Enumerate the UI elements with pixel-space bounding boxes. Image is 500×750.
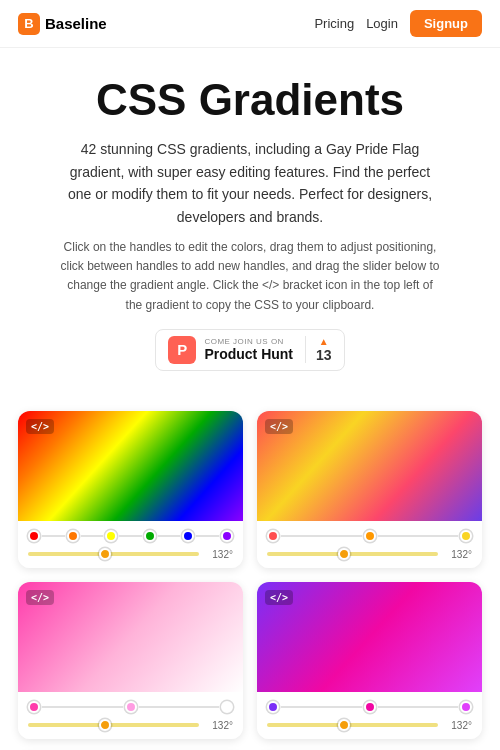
angle-slider-track[interactable] <box>267 552 438 556</box>
ph-number: 13 <box>316 347 332 363</box>
color-stop-dot[interactable] <box>125 701 137 713</box>
angle-row-purple: 132° <box>267 720 472 731</box>
color-stop-dot[interactable] <box>364 701 376 713</box>
angle-slider-thumb[interactable] <box>99 719 111 731</box>
color-stop-dot[interactable] <box>28 701 40 713</box>
gradient-preview-purple: </> <box>257 582 482 692</box>
stop-line <box>139 706 220 708</box>
angle-slider-thumb[interactable] <box>338 719 350 731</box>
color-stop-dot[interactable] <box>28 530 40 542</box>
logo-text: Baseline <box>45 15 107 32</box>
angle-row-pink: 132° <box>28 720 233 731</box>
logo-icon: B <box>18 13 40 35</box>
stop-line <box>42 535 65 537</box>
angle-slider-track[interactable] <box>267 723 438 727</box>
color-stops-pink <box>28 700 233 714</box>
gradient-controls-pink: 132° <box>18 692 243 739</box>
angle-slider-track[interactable] <box>28 552 199 556</box>
color-stop-dot[interactable] <box>67 530 79 542</box>
color-stop-dot[interactable] <box>460 530 472 542</box>
color-stops-purple <box>267 700 472 714</box>
navbar: B Baseline Pricing Login Signup <box>0 0 500 48</box>
angle-row-sunset: 132° <box>267 549 472 560</box>
logo[interactable]: B Baseline <box>18 13 107 35</box>
angle-label-purple: 132° <box>444 720 472 731</box>
ph-arrow-icon: ▲ <box>319 336 329 347</box>
color-stop-dot[interactable] <box>267 530 279 542</box>
angle-slider-thumb[interactable] <box>99 548 111 560</box>
page-title: CSS Gradients <box>30 76 470 124</box>
gradient-preview-sunset: </> <box>257 411 482 521</box>
angle-label-pink: 132° <box>205 720 233 731</box>
color-stop-dot[interactable] <box>144 530 156 542</box>
gradient-card-purple: </>132° <box>257 582 482 739</box>
angle-label-rainbow: 132° <box>205 549 233 560</box>
color-stops-sunset <box>267 529 472 543</box>
gradient-card-sunset: </>132° <box>257 411 482 568</box>
stop-line <box>378 535 459 537</box>
code-copy-icon-rainbow[interactable]: </> <box>26 419 54 434</box>
color-stop-dot[interactable] <box>105 530 117 542</box>
color-stops-rainbow <box>28 529 233 543</box>
stop-line <box>119 535 142 537</box>
ph-text: COME JOIN US ON Product Hunt <box>204 337 293 362</box>
gradient-controls-rainbow: 132° <box>18 521 243 568</box>
stop-line <box>281 535 362 537</box>
color-stop-dot[interactable] <box>364 530 376 542</box>
gradient-controls-sunset: 132° <box>257 521 482 568</box>
pricing-link[interactable]: Pricing <box>314 16 354 31</box>
color-stop-dot[interactable] <box>267 701 279 713</box>
color-stop-dot[interactable] <box>460 701 472 713</box>
gradient-card-rainbow: </>132° <box>18 411 243 568</box>
nav-links: Pricing Login Signup <box>314 10 482 37</box>
stop-line <box>81 535 104 537</box>
gradient-card-pink: </>132° <box>18 582 243 739</box>
stop-line <box>196 535 219 537</box>
color-stop-dot[interactable] <box>221 530 233 542</box>
stop-line <box>378 706 459 708</box>
signup-button[interactable]: Signup <box>410 10 482 37</box>
color-stop-dot[interactable] <box>221 701 233 713</box>
color-stop-dot[interactable] <box>182 530 194 542</box>
ph-name-label: Product Hunt <box>204 346 293 362</box>
gradients-grid: </>132°</>132°</>132°</>132°</>141°</>62… <box>0 401 500 750</box>
angle-slider-thumb[interactable] <box>338 548 350 560</box>
hero-description: 42 stunning CSS gradients, including a G… <box>60 138 440 228</box>
angle-row-rainbow: 132° <box>28 549 233 560</box>
ph-come-label: COME JOIN US ON <box>204 337 284 346</box>
gradient-preview-rainbow: </> <box>18 411 243 521</box>
product-hunt-badge[interactable]: P COME JOIN US ON Product Hunt ▲ 13 <box>155 329 344 371</box>
ph-upvote-count: ▲ 13 <box>305 336 332 363</box>
stop-line <box>281 706 362 708</box>
hero-subtext: Click on the handles to edit the colors,… <box>60 238 440 315</box>
hero-section: CSS Gradients 42 stunning CSS gradients,… <box>0 48 500 401</box>
angle-slider-track[interactable] <box>28 723 199 727</box>
stop-line <box>42 706 123 708</box>
stop-line <box>158 535 181 537</box>
login-link[interactable]: Login <box>366 16 398 31</box>
code-copy-icon-purple[interactable]: </> <box>265 590 293 605</box>
angle-label-sunset: 132° <box>444 549 472 560</box>
code-copy-icon-pink[interactable]: </> <box>26 590 54 605</box>
gradient-preview-pink: </> <box>18 582 243 692</box>
ph-icon: P <box>168 336 196 364</box>
gradient-controls-purple: 132° <box>257 692 482 739</box>
code-copy-icon-sunset[interactable]: </> <box>265 419 293 434</box>
